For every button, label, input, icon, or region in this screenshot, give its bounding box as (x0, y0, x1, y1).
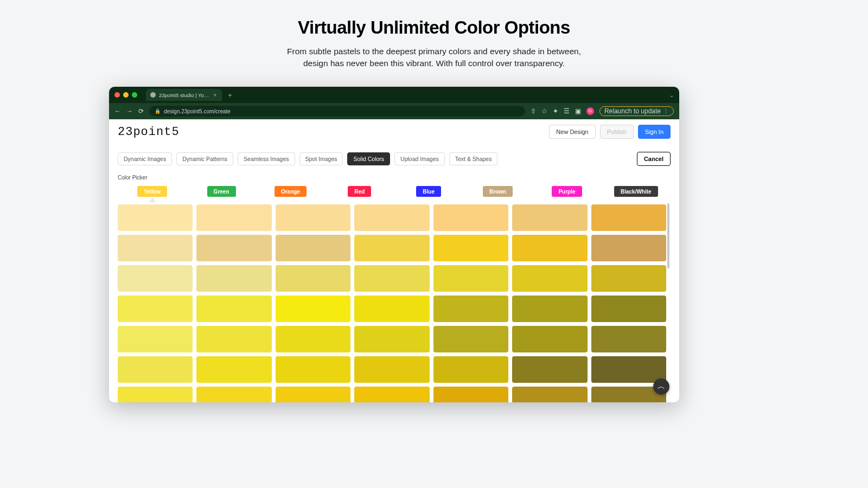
color-swatch[interactable] (512, 387, 587, 402)
color-swatch[interactable] (512, 326, 587, 352)
color-swatch[interactable] (591, 265, 666, 292)
color-swatch[interactable] (276, 265, 350, 292)
back-icon[interactable]: ← (114, 108, 121, 114)
color-swatch[interactable] (118, 265, 193, 292)
color-swatch[interactable] (118, 296, 193, 322)
close-tab-icon[interactable]: × (213, 92, 216, 98)
tab-title: 23point5 studio | Your Fashion… (159, 92, 210, 98)
color-swatch[interactable] (196, 356, 271, 383)
color-swatch[interactable] (196, 235, 271, 261)
close-window-icon[interactable] (114, 92, 120, 98)
color-family-tab[interactable]: Blue (416, 186, 441, 197)
color-swatch[interactable] (276, 326, 350, 352)
color-family-tab[interactable]: Purple (552, 186, 582, 197)
color-swatch[interactable] (512, 235, 587, 261)
app-header: 23point5 New Design Publish Sign In (109, 119, 679, 144)
color-family-tab[interactable]: Brown (483, 186, 513, 197)
color-family-tab[interactable]: Orange (275, 186, 307, 197)
color-family-tab[interactable]: Black/White (614, 186, 658, 197)
color-family-tab[interactable]: Yellow (137, 186, 167, 197)
category-tab[interactable]: Spot Images (299, 152, 343, 165)
relaunch-button[interactable]: Relaunch to update⋮ (599, 106, 674, 116)
color-swatch[interactable] (196, 387, 271, 402)
color-swatch[interactable] (433, 296, 508, 322)
tabs-overflow-icon[interactable]: ⌄ (669, 92, 674, 98)
category-tab[interactable]: Dynamic Images (118, 152, 172, 165)
color-swatch[interactable] (276, 204, 350, 231)
color-swatch[interactable] (512, 296, 587, 322)
panel-icon[interactable]: ▣ (575, 108, 581, 114)
category-tab[interactable]: Seamless Images (238, 152, 295, 165)
color-swatch[interactable] (354, 265, 429, 292)
color-swatch[interactable] (276, 387, 350, 402)
design-category-tabs: Dynamic ImagesDynamic PatternsSeamless I… (109, 144, 679, 166)
category-tab[interactable]: Dynamic Patterns (176, 152, 233, 165)
color-swatch[interactable] (591, 235, 666, 261)
color-swatch[interactable] (196, 265, 271, 292)
app-viewport: 23point5 New Design Publish Sign In Dyna… (109, 119, 679, 402)
color-swatch[interactable] (118, 235, 193, 261)
category-tab[interactable]: Text & Shapes (449, 152, 498, 165)
color-family-tab[interactable]: Red (348, 186, 371, 197)
new-design-button[interactable]: New Design (549, 125, 595, 139)
minimize-window-icon[interactable] (123, 92, 129, 98)
window-controls[interactable] (114, 92, 137, 98)
color-swatch[interactable] (512, 356, 587, 383)
address-bar[interactable]: 🔒 design.23point5.com/create (149, 106, 525, 117)
category-tab[interactable]: Upload Images (394, 152, 445, 165)
color-swatch[interactable] (433, 326, 508, 352)
color-swatch[interactable] (196, 204, 271, 231)
color-swatch[interactable] (354, 296, 429, 322)
extensions-icon[interactable]: ✦ (553, 108, 558, 114)
url-text: design.23point5.com/create (164, 108, 231, 114)
hero-subtitle: From subtle pastels to the deepest prima… (0, 46, 868, 69)
app-logo[interactable]: 23point5 (118, 125, 180, 139)
color-swatch[interactable] (354, 235, 429, 261)
color-swatch[interactable] (276, 235, 350, 261)
color-swatch[interactable] (591, 204, 666, 231)
color-swatch[interactable] (354, 356, 429, 383)
maximize-window-icon[interactable] (132, 92, 137, 98)
color-swatch[interactable] (276, 296, 350, 322)
bookmark-icon[interactable]: ☆ (541, 108, 547, 114)
reload-icon[interactable]: ⟳ (138, 108, 144, 114)
profile-avatar[interactable]: G (586, 107, 594, 115)
color-swatch[interactable] (591, 326, 666, 352)
color-swatch[interactable] (512, 265, 587, 292)
color-swatch[interactable] (433, 235, 508, 261)
browser-tab[interactable]: 23point5 studio | Your Fashion… × (146, 89, 222, 101)
color-swatch[interactable] (196, 326, 271, 352)
color-swatch[interactable] (433, 265, 508, 292)
scroll-to-top-button[interactable]: ︿ (653, 378, 669, 395)
new-tab-button[interactable]: + (225, 90, 235, 100)
color-swatch[interactable] (433, 356, 508, 383)
publish-button: Publish (600, 125, 634, 139)
color-swatch[interactable] (354, 387, 429, 402)
hero-title: Virtually Unlimited Color Options (0, 17, 868, 38)
browser-window: 23point5 studio | Your Fashion… × + ⌄ ← … (109, 87, 679, 402)
color-swatch[interactable] (354, 204, 429, 231)
color-swatch[interactable] (118, 326, 193, 352)
share-icon[interactable]: ⇧ (531, 108, 536, 114)
sign-in-button[interactable]: Sign In (638, 125, 671, 139)
browser-toolbar: ← → ⟳ 🔒 design.23point5.com/create ⇧ ☆ ✦… (109, 103, 679, 119)
color-swatch[interactable] (512, 204, 587, 231)
color-swatch[interactable] (118, 356, 193, 383)
color-swatch[interactable] (118, 204, 193, 231)
color-swatch[interactable] (591, 356, 666, 383)
color-family-tab[interactable]: Green (207, 186, 236, 197)
scrollbar-thumb[interactable] (667, 203, 669, 268)
color-swatch[interactable] (354, 326, 429, 352)
color-swatch[interactable] (196, 296, 271, 322)
color-swatch[interactable] (433, 204, 508, 231)
reading-list-icon[interactable]: ☰ (564, 108, 570, 114)
color-swatch[interactable] (276, 356, 350, 383)
color-swatch[interactable] (118, 387, 193, 402)
category-tab[interactable]: Solid Colors (347, 152, 390, 165)
chevron-up-icon: ︿ (658, 382, 665, 391)
color-swatch[interactable] (433, 387, 508, 402)
cancel-button[interactable]: Cancel (637, 152, 671, 166)
color-swatch[interactable] (591, 296, 666, 322)
forward-icon[interactable]: → (126, 108, 133, 114)
section-label: Color Picker (109, 166, 679, 186)
